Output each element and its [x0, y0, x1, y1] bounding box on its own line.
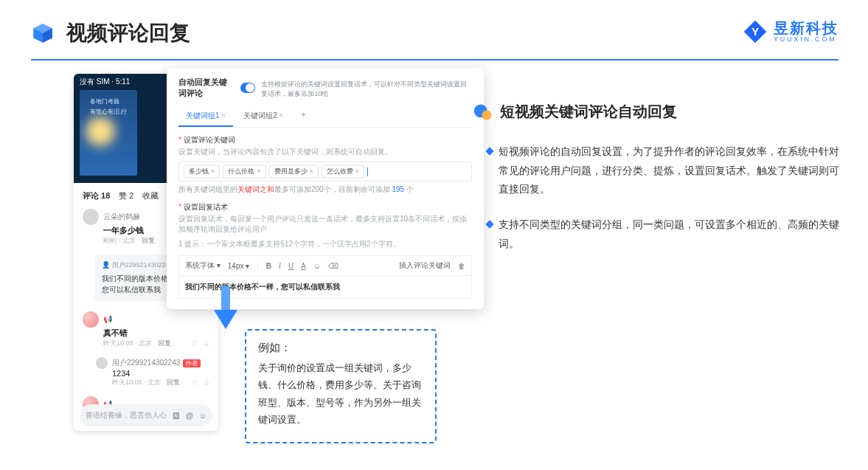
- tab-add-group[interactable]: +: [294, 106, 313, 127]
- reply-link[interactable]: 回复: [142, 236, 155, 246]
- example-body: 关于询价的设置成一组关键词，多少钱、什么价格，费用多少等。关于咨询班型、版本、型…: [258, 359, 423, 429]
- insert-keyword-button[interactable]: 插入评论关键词: [399, 260, 451, 271]
- keyword-chips-input[interactable]: 多少钱× 什么价格× 费用是多少× 怎么收费×: [178, 162, 472, 182]
- heart-icon[interactable]: ♡: [192, 379, 198, 387]
- section-title: 短视频关键词评论自动回复: [500, 102, 677, 122]
- delete-icon[interactable]: 🗑: [458, 262, 465, 270]
- color-icon[interactable]: A: [301, 262, 306, 270]
- toggle-label: 自动回复关键词评论: [178, 77, 235, 99]
- video-thumbnail: 各地门考题 有笔心有泪,行: [80, 90, 137, 176]
- clear-icon[interactable]: ⌫: [328, 262, 338, 270]
- tab-likes[interactable]: 赞 2: [119, 190, 133, 201]
- tab-keyword-group-1[interactable]: 关键词组1 ×: [178, 106, 233, 127]
- settings-popover: 自动回复关键词评论 支持根据评论的关键词设置回复话术，可以针对不同类型关键词设置…: [167, 68, 484, 309]
- chip: 多少钱×: [184, 165, 220, 178]
- chip: 怎么收费×: [322, 165, 364, 178]
- broadcast-icon: 📢: [103, 315, 112, 323]
- bullet-item: 支持不同类型的关键词分组，同一类问题，可设置多个相近的、高频的关键词。: [487, 215, 842, 253]
- bold-icon[interactable]: B: [266, 262, 271, 270]
- list-item: 用户2299214302243作者 1234 昨天10:08 · 北京回复♡♤: [74, 353, 218, 392]
- chip: 什么价格×: [223, 165, 265, 178]
- emoji-icon[interactable]: ☺: [313, 262, 321, 270]
- brand-block: Y 昱新科技 YUUXIN.COM: [743, 19, 839, 44]
- example-callout: 例如： 关于询价的设置成一组关键词，多少钱、什么价格，费用多少等。关于咨询班型、…: [245, 329, 437, 443]
- italic-icon[interactable]: I: [279, 262, 281, 270]
- header-divider: [31, 59, 839, 61]
- comment-input[interactable]: 善语结善缘，恶言伤人心 🖼@☺: [80, 404, 212, 426]
- editor-toolbar: 系统字体 ▾ 14px ▾ | B I U A ☺ ⌫ 插入评论关键词 🗑: [178, 255, 472, 276]
- avatar: [83, 311, 99, 328]
- cube-icon: [31, 21, 55, 45]
- brand-name-cn: 昱新科技: [774, 21, 839, 35]
- size-select[interactable]: 14px ▾: [228, 262, 249, 270]
- chevron-down-icon: ▾: [217, 261, 221, 269]
- emoji-icon[interactable]: ☺: [199, 412, 206, 420]
- auto-reply-toggle[interactable]: [240, 83, 255, 93]
- at-icon[interactable]: @: [186, 412, 193, 420]
- brand-name-en: YUUXIN.COM: [774, 35, 839, 43]
- user-icon: 👤: [102, 261, 110, 269]
- image-icon[interactable]: 🖼: [173, 412, 180, 420]
- dislike-icon[interactable]: ♤: [204, 379, 209, 387]
- svg-rect-5: [221, 286, 230, 311]
- tab-fav[interactable]: 收藏: [142, 190, 159, 201]
- diamond-icon: [485, 220, 493, 228]
- svg-marker-6: [214, 310, 237, 329]
- tab-keyword-group-2[interactable]: 关键词组2 ×: [236, 106, 291, 127]
- bullet-item: 短视频评论的自动回复设置，为了提升作者的评论回复效率，在系统中针对常见的评论用户…: [487, 142, 842, 199]
- avatar: [96, 357, 108, 369]
- svg-point-8: [482, 110, 491, 120]
- keyword-field-label: 设置评论关键词: [178, 135, 472, 145]
- avatar: [83, 209, 99, 225]
- status-text: 没有 SIM · 5:11: [80, 77, 130, 87]
- chat-bubble-icon: [473, 103, 493, 122]
- dislike-icon[interactable]: ♤: [204, 340, 209, 348]
- arrow-down-icon: [211, 286, 240, 331]
- list-item: 📢 真不错 昨天10:08 · 北京回复♡♤: [74, 307, 218, 353]
- underline-icon[interactable]: U: [288, 262, 294, 270]
- example-title: 例如：: [258, 341, 423, 355]
- tab-comments[interactable]: 评论 18: [83, 190, 110, 201]
- diamond-icon: [485, 147, 493, 155]
- chip: 费用是多少×: [269, 165, 319, 178]
- brand-logo-icon: Y: [743, 19, 768, 44]
- font-select[interactable]: 系统字体 ▾: [185, 260, 221, 271]
- chevron-down-icon: ▾: [246, 262, 249, 270]
- heart-icon[interactable]: ♡: [192, 340, 198, 348]
- reply-field-label: 设置回复话术: [178, 202, 472, 212]
- svg-text:Y: Y: [751, 25, 759, 38]
- page-title: 视频评论回复: [66, 19, 190, 47]
